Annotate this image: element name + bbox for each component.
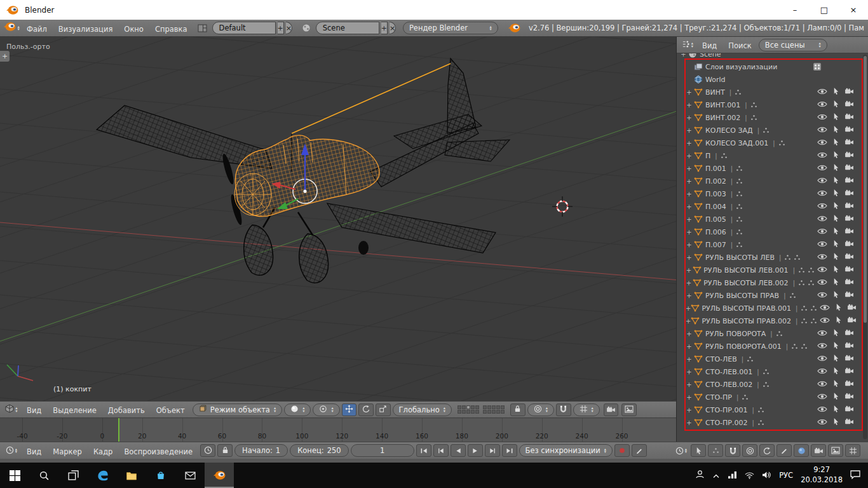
renderable-camera-icon[interactable]: [844, 418, 854, 427]
visibility-eye-icon[interactable]: [817, 266, 827, 275]
outliner-item-label[interactable]: П.005: [705, 215, 726, 224]
image-icon[interactable]: [828, 444, 843, 457]
volume-icon[interactable]: [762, 470, 771, 482]
renderable-camera-icon[interactable]: [844, 291, 854, 300]
selectable-cursor-icon[interactable]: [832, 138, 839, 148]
file-explorer-button[interactable]: [117, 463, 146, 488]
outliner-row[interactable]: +П|: [677, 149, 863, 162]
selectable-cursor-icon[interactable]: [832, 201, 839, 212]
outliner-item-label[interactable]: ВИНТ.001: [705, 101, 740, 109]
renderable-camera-icon[interactable]: [844, 215, 854, 224]
expand-toggle[interactable]: +: [686, 407, 693, 414]
layer-cell[interactable]: [466, 405, 470, 409]
expand-toggle[interactable]: +: [686, 229, 693, 236]
outliner-item-label[interactable]: СТО-ПР.001: [705, 406, 747, 414]
outliner-editor-selector[interactable]: ▴▾: [680, 39, 695, 51]
screen-layout-field[interactable]: Default: [212, 22, 276, 34]
layer-cell[interactable]: [483, 405, 487, 409]
renderable-camera-icon[interactable]: [844, 240, 854, 249]
menu-item-0[interactable]: Вид: [21, 447, 47, 456]
outliner-item-label[interactable]: Scene: [700, 53, 721, 58]
layer-cell[interactable]: [492, 410, 496, 414]
current-frame-field[interactable]: 1: [351, 444, 414, 457]
selectable-cursor-icon[interactable]: [832, 278, 839, 288]
outliner-item-label[interactable]: СТО-ЛЕВ: [705, 355, 737, 363]
menu-item-0[interactable]: Вид: [696, 41, 722, 50]
renderable-camera-icon[interactable]: [844, 329, 854, 338]
visibility-eye-icon[interactable]: [817, 139, 827, 148]
outliner-row[interactable]: +РУЛЬ ВЫСОТЫ ЛЕВ|: [677, 251, 863, 264]
close-button[interactable]: ×: [839, 0, 868, 20]
outliner-item-label[interactable]: РУЛЬ ВЫСОТЫ ЛЕВ: [705, 254, 775, 262]
wifi-icon[interactable]: [745, 470, 754, 482]
outliner-item-label[interactable]: СТО-ЛЕВ.001: [705, 368, 752, 376]
timeline-ruler[interactable]: -40-200204060801001201401601802002202402…: [0, 417, 676, 442]
outliner-item-label[interactable]: ВИНТ.002: [705, 114, 740, 122]
mail-button[interactable]: [175, 463, 205, 488]
layer-cell[interactable]: [471, 405, 475, 409]
expand-toggle[interactable]: +: [686, 254, 693, 261]
expand-toggle[interactable]: +: [686, 267, 692, 274]
task-view-button[interactable]: [58, 463, 88, 488]
orientation-dropdown[interactable]: Глобально▴▾: [393, 403, 452, 416]
outliner-row-scene[interactable]: + Scene: [677, 53, 863, 60]
renderable-camera-icon[interactable]: [844, 405, 854, 414]
lock-layers-toggle[interactable]: [510, 403, 526, 416]
preview-range-toggle[interactable]: [200, 444, 215, 457]
camera-icon[interactable]: [811, 444, 826, 457]
layer-cell[interactable]: [462, 410, 466, 414]
menu-item-3[interactable]: Объект: [151, 406, 191, 415]
outliner-item-label[interactable]: П.003: [705, 190, 726, 198]
expand-toggle[interactable]: +: [686, 102, 693, 109]
layer-cell[interactable]: [475, 405, 479, 409]
layer-cell[interactable]: [496, 405, 500, 409]
renderable-camera-icon[interactable]: [844, 113, 854, 122]
renderable-camera-icon[interactable]: [844, 278, 854, 287]
proportional-icon[interactable]: [742, 444, 757, 457]
layer-cell[interactable]: [487, 410, 491, 414]
selectable-cursor-icon[interactable]: [832, 417, 839, 428]
outliner-row[interactable]: +КОЛЕСО ЗАД.001|: [677, 137, 863, 149]
search-button[interactable]: [29, 463, 58, 488]
renderable-camera-icon[interactable]: [844, 139, 854, 147]
outliner-item-label[interactable]: РУЛЬ ВЫСОТЫ ЛЕВ.002: [703, 279, 788, 287]
selectable-cursor-icon[interactable]: [835, 303, 842, 313]
delete-scene-button[interactable]: ×: [390, 22, 396, 34]
outliner-row[interactable]: +КОЛЕСО ЗАД|: [677, 124, 863, 137]
renderable-camera-icon[interactable]: [844, 367, 854, 376]
outliner-row[interactable]: +П.004|: [677, 200, 863, 213]
keying-set-button[interactable]: [632, 444, 647, 457]
outliner-row[interactable]: +СТО-ЛЕВ|: [677, 353, 863, 365]
visibility-eye-icon[interactable]: [820, 316, 830, 326]
expand-toggle[interactable]: +: [686, 216, 693, 223]
outliner-item-label[interactable]: ВИНТ: [705, 88, 725, 97]
renderable-camera-icon[interactable]: [844, 189, 854, 198]
outliner-item-label[interactable]: РУЛЬ ВЫСОТЫ ПРАВ.002: [702, 317, 791, 325]
outliner-row[interactable]: +СТО-ЛЕВ.002|: [677, 378, 863, 391]
outliner-display-dropdown[interactable]: Все сцены▴▾: [759, 39, 827, 51]
selectable-cursor-icon[interactable]: [832, 151, 839, 161]
visibility-eye-icon[interactable]: [817, 393, 827, 402]
visibility-eye-icon[interactable]: [817, 100, 827, 110]
opengl-render-anim-button[interactable]: [621, 403, 637, 416]
outliner-scrollbar[interactable]: [863, 55, 867, 439]
selectable-cursor-icon[interactable]: [832, 112, 839, 123]
edge-button[interactable]: [88, 463, 117, 488]
menu-item-1[interactable]: Визуализация: [53, 25, 119, 34]
visibility-eye-icon[interactable]: [820, 304, 830, 313]
chevron-up-icon[interactable]: [712, 470, 720, 482]
selectable-cursor-icon[interactable]: [832, 392, 839, 402]
selectable-cursor-icon[interactable]: [835, 316, 842, 326]
visibility-eye-icon[interactable]: [817, 113, 827, 123]
menu-item-0[interactable]: Файл: [21, 25, 53, 34]
visibility-eye-icon[interactable]: [817, 88, 827, 97]
selectable-cursor-icon[interactable]: [832, 252, 839, 262]
menu-item-1[interactable]: Поиск: [722, 41, 757, 50]
outliner-item-label[interactable]: World: [705, 76, 726, 84]
frame-end-field[interactable]: Конец:250: [290, 444, 348, 457]
renderable-camera-icon[interactable]: [844, 88, 854, 97]
outliner-item-label[interactable]: СТО-ПР.002: [705, 419, 747, 427]
outliner-item-label[interactable]: П.006: [705, 228, 726, 236]
signal-bars-icon[interactable]: [728, 470, 737, 482]
outliner-item-label[interactable]: СТО-ЛЕВ.002: [705, 381, 752, 389]
